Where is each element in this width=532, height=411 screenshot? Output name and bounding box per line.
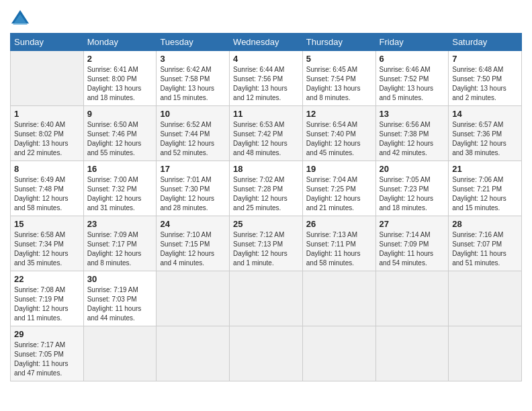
day-info: Sunrise: 6:58 AM Sunset: 7:34 PM Dayligh… (14, 230, 80, 268)
calendar-week-row: 2Sunrise: 6:41 AM Sunset: 8:00 PM Daylig… (11, 51, 522, 106)
calendar-cell: 26Sunrise: 7:13 AM Sunset: 7:11 PM Dayli… (302, 216, 375, 271)
calendar-cell (157, 271, 230, 326)
calendar-cell: 15Sunrise: 6:58 AM Sunset: 7:34 PM Dayli… (11, 216, 84, 271)
day-number: 1 (14, 109, 80, 119)
calendar-cell (449, 271, 522, 326)
calendar-cell: 7Sunrise: 6:48 AM Sunset: 7:50 PM Daylig… (449, 51, 522, 106)
day-info: Sunrise: 6:46 AM Sunset: 7:52 PM Dayligh… (380, 65, 445, 103)
day-info: Sunrise: 6:48 AM Sunset: 7:50 PM Dayligh… (452, 65, 518, 103)
day-number: 13 (380, 109, 445, 119)
day-info: Sunrise: 6:53 AM Sunset: 7:42 PM Dayligh… (233, 120, 299, 158)
day-number: 8 (14, 164, 80, 174)
day-info: Sunrise: 7:17 AM Sunset: 7:05 PM Dayligh… (14, 340, 80, 378)
day-number: 28 (452, 219, 518, 229)
calendar-cell (449, 326, 522, 381)
day-number: 30 (87, 274, 153, 284)
day-number: 12 (306, 109, 372, 119)
calendar-cell (230, 271, 303, 326)
day-info: Sunrise: 7:02 AM Sunset: 7:28 PM Dayligh… (233, 175, 299, 213)
calendar-cell: 25Sunrise: 7:12 AM Sunset: 7:13 PM Dayli… (230, 216, 303, 271)
day-info: Sunrise: 6:41 AM Sunset: 8:00 PM Dayligh… (87, 65, 153, 103)
calendar-cell: 23Sunrise: 7:09 AM Sunset: 7:17 PM Dayli… (83, 216, 157, 271)
weekday-header: Monday (83, 34, 157, 51)
calendar-cell: 20Sunrise: 7:05 AM Sunset: 7:23 PM Dayli… (375, 161, 449, 216)
day-info: Sunrise: 7:10 AM Sunset: 7:15 PM Dayligh… (160, 230, 226, 268)
day-number: 16 (87, 164, 153, 174)
day-info: Sunrise: 7:00 AM Sunset: 7:32 PM Dayligh… (87, 175, 153, 213)
calendar-cell: 27Sunrise: 7:14 AM Sunset: 7:09 PM Dayli… (375, 216, 449, 271)
day-number: 23 (87, 219, 153, 229)
calendar-cell: 11Sunrise: 6:53 AM Sunset: 7:42 PM Dayli… (230, 106, 303, 161)
calendar-cell: 18Sunrise: 7:02 AM Sunset: 7:28 PM Dayli… (230, 161, 303, 216)
weekday-header: Wednesday (230, 34, 303, 51)
calendar-cell (83, 326, 157, 381)
calendar-cell: 3Sunrise: 6:42 AM Sunset: 7:58 PM Daylig… (157, 51, 230, 106)
day-number: 29 (14, 329, 80, 339)
calendar-cell: 14Sunrise: 6:57 AM Sunset: 7:36 PM Dayli… (449, 106, 522, 161)
calendar-cell: 29Sunrise: 7:17 AM Sunset: 7:05 PM Dayli… (11, 326, 84, 381)
calendar-cell: 5Sunrise: 6:45 AM Sunset: 7:54 PM Daylig… (302, 51, 375, 106)
day-number: 24 (160, 219, 226, 229)
day-number: 26 (306, 219, 372, 229)
day-info: Sunrise: 6:49 AM Sunset: 7:48 PM Dayligh… (14, 175, 80, 213)
day-info: Sunrise: 6:54 AM Sunset: 7:40 PM Dayligh… (306, 120, 372, 158)
day-number: 3 (160, 54, 226, 64)
day-info: Sunrise: 7:04 AM Sunset: 7:25 PM Dayligh… (306, 175, 372, 213)
day-info: Sunrise: 6:42 AM Sunset: 7:58 PM Dayligh… (160, 65, 226, 103)
calendar-table: SundayMondayTuesdayWednesdayThursdayFrid… (10, 33, 522, 381)
calendar-cell (157, 326, 230, 381)
day-info: Sunrise: 6:44 AM Sunset: 7:56 PM Dayligh… (233, 65, 299, 103)
day-number: 18 (233, 164, 299, 174)
day-info: Sunrise: 6:50 AM Sunset: 7:46 PM Dayligh… (87, 120, 153, 158)
calendar-cell (302, 326, 375, 381)
calendar-cell: 1Sunrise: 6:40 AM Sunset: 8:02 PM Daylig… (11, 106, 84, 161)
calendar-cell: 16Sunrise: 7:00 AM Sunset: 7:32 PM Dayli… (83, 161, 157, 216)
calendar-cell (302, 271, 375, 326)
calendar-week-row: 29Sunrise: 7:17 AM Sunset: 7:05 PM Dayli… (11, 326, 522, 381)
weekday-header: Tuesday (157, 34, 230, 51)
calendar-cell: 8Sunrise: 6:49 AM Sunset: 7:48 PM Daylig… (11, 161, 84, 216)
day-info: Sunrise: 7:09 AM Sunset: 7:17 PM Dayligh… (87, 230, 153, 268)
day-info: Sunrise: 7:06 AM Sunset: 7:21 PM Dayligh… (452, 175, 518, 213)
day-number: 14 (452, 109, 518, 119)
logo (10, 10, 32, 28)
day-number: 20 (380, 164, 445, 174)
calendar-cell: 2Sunrise: 6:41 AM Sunset: 8:00 PM Daylig… (83, 51, 157, 106)
day-number: 2 (87, 54, 153, 64)
day-number: 22 (14, 274, 80, 284)
calendar-week-row: 8Sunrise: 6:49 AM Sunset: 7:48 PM Daylig… (11, 161, 522, 216)
header (10, 7, 522, 28)
calendar-cell: 28Sunrise: 7:16 AM Sunset: 7:07 PM Dayli… (449, 216, 522, 271)
day-info: Sunrise: 7:05 AM Sunset: 7:23 PM Dayligh… (380, 175, 445, 213)
calendar-cell (375, 326, 449, 381)
calendar-cell: 17Sunrise: 7:01 AM Sunset: 7:30 PM Dayli… (157, 161, 230, 216)
calendar-cell (230, 326, 303, 381)
day-info: Sunrise: 7:19 AM Sunset: 7:03 PM Dayligh… (87, 285, 153, 323)
calendar-cell: 13Sunrise: 6:56 AM Sunset: 7:38 PM Dayli… (375, 106, 449, 161)
day-info: Sunrise: 6:57 AM Sunset: 7:36 PM Dayligh… (452, 120, 518, 158)
calendar-cell (375, 271, 449, 326)
day-info: Sunrise: 7:08 AM Sunset: 7:19 PM Dayligh… (14, 285, 80, 323)
logo-icon (10, 9, 30, 28)
day-number: 15 (14, 219, 80, 229)
calendar-cell: 9Sunrise: 6:50 AM Sunset: 7:46 PM Daylig… (83, 106, 157, 161)
calendar-week-row: 1Sunrise: 6:40 AM Sunset: 8:02 PM Daylig… (11, 106, 522, 161)
day-number: 17 (160, 164, 226, 174)
day-number: 27 (380, 219, 445, 229)
calendar-cell: 22Sunrise: 7:08 AM Sunset: 7:19 PM Dayli… (11, 271, 84, 326)
day-number: 11 (233, 109, 299, 119)
day-number: 9 (87, 109, 153, 119)
header-row: SundayMondayTuesdayWednesdayThursdayFrid… (11, 34, 522, 51)
calendar-week-row: 15Sunrise: 6:58 AM Sunset: 7:34 PM Dayli… (11, 216, 522, 271)
day-number: 10 (160, 109, 226, 119)
day-number: 6 (380, 54, 445, 64)
day-info: Sunrise: 6:56 AM Sunset: 7:38 PM Dayligh… (380, 120, 445, 158)
day-number: 5 (306, 54, 372, 64)
calendar-cell: 6Sunrise: 6:46 AM Sunset: 7:52 PM Daylig… (375, 51, 449, 106)
day-info: Sunrise: 6:40 AM Sunset: 8:02 PM Dayligh… (14, 120, 80, 158)
calendar-cell: 19Sunrise: 7:04 AM Sunset: 7:25 PM Dayli… (302, 161, 375, 216)
day-number: 4 (233, 54, 299, 64)
weekday-header: Thursday (302, 34, 375, 51)
weekday-header: Sunday (11, 34, 84, 51)
calendar-cell: 12Sunrise: 6:54 AM Sunset: 7:40 PM Dayli… (302, 106, 375, 161)
